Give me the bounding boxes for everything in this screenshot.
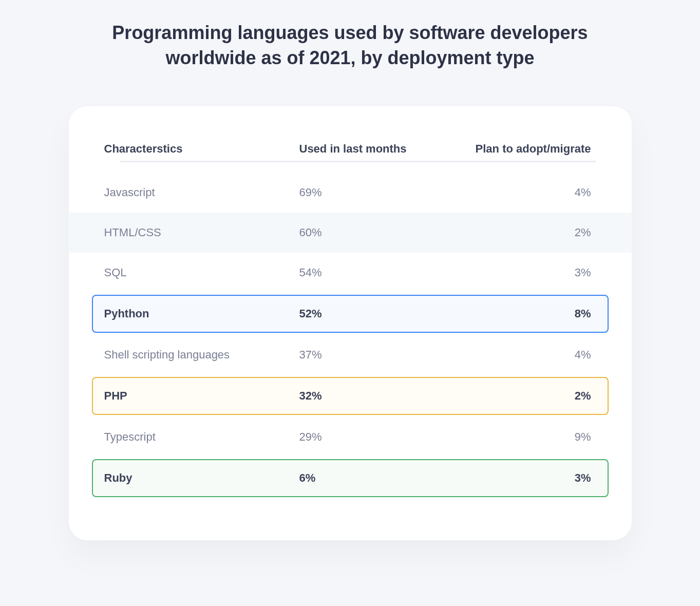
- header-plan: Plan to adopt/migrate: [464, 142, 596, 156]
- row-plan-value: 3%: [464, 266, 596, 279]
- table-row: HTML/CSS60%2%: [69, 213, 632, 253]
- row-name: Shell scripting languages: [104, 348, 299, 362]
- row-name: Ruby: [104, 471, 299, 485]
- row-name: Javascript: [104, 186, 299, 199]
- row-plan-value: 4%: [464, 186, 596, 199]
- row-name: PHP: [104, 389, 299, 403]
- row-used-value: 6%: [299, 471, 464, 485]
- table-row: SQL54%3%: [69, 253, 632, 293]
- row-plan-value: 3%: [464, 471, 596, 485]
- row-used-value: 60%: [299, 226, 464, 239]
- row-used-value: 32%: [299, 389, 464, 403]
- header-used: Used in last months: [299, 142, 464, 156]
- row-plan-value: 2%: [464, 226, 596, 239]
- row-plan-value: 2%: [464, 389, 596, 403]
- table-row: PHP32%2%: [92, 377, 609, 415]
- table-row: Ruby6%3%: [92, 459, 609, 497]
- table-row: Typescript29%9%: [69, 417, 632, 457]
- row-plan-value: 4%: [464, 348, 596, 362]
- row-name: HTML/CSS: [104, 226, 299, 239]
- row-used-value: 37%: [299, 348, 464, 362]
- row-plan-value: 8%: [464, 307, 596, 320]
- row-used-value: 69%: [299, 186, 464, 199]
- row-name: Pyhthon: [104, 307, 299, 320]
- header-divider: [120, 161, 596, 162]
- row-name: Typescript: [104, 430, 299, 444]
- row-used-value: 54%: [299, 266, 464, 279]
- row-plan-value: 9%: [464, 430, 596, 444]
- page-title: Programming languages used by software d…: [93, 21, 607, 70]
- header-characteristics: Characterstics: [104, 142, 299, 156]
- row-used-value: 29%: [299, 430, 464, 444]
- table-row: Javascript69%4%: [69, 173, 632, 213]
- table-header-row: Characterstics Used in last months Plan …: [69, 142, 632, 156]
- data-table: Characterstics Used in last months Plan …: [69, 142, 632, 497]
- data-card: Characterstics Used in last months Plan …: [69, 106, 632, 540]
- row-used-value: 52%: [299, 307, 464, 320]
- row-name: SQL: [104, 266, 299, 279]
- table-row: Pyhthon52%8%: [92, 295, 609, 333]
- table-row: Shell scripting languages37%4%: [69, 335, 632, 375]
